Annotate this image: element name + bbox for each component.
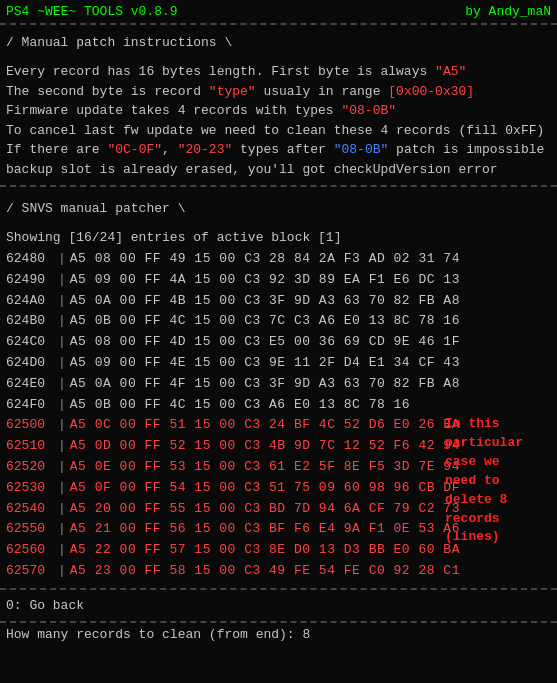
hex-addr: 62570 (6, 561, 54, 582)
divider-2 (0, 588, 557, 590)
hex-bytes: A5 0B 00 FF 4C 15 00 C3 A6 E0 13 8C 78 1… (70, 395, 410, 416)
highlight-0c-0f: "0C-0F" (107, 142, 162, 157)
manual-patch-section: / Manual patch instructions \ (0, 25, 557, 58)
hex-bytes: A5 0A 00 FF 4B 15 00 C3 3F 9D A3 63 70 8… (70, 291, 460, 312)
hex-addr: 62520 (6, 457, 54, 478)
hex-row: 624B0|A5 0B 00 FF 4C 15 00 C3 7C C3 A6 E… (6, 311, 551, 332)
hex-addr: 624B0 (6, 311, 54, 332)
hex-addr: 62510 (6, 436, 54, 457)
hex-sep: | (58, 270, 66, 291)
manual-patch-title: / Manual patch instructions \ (6, 35, 551, 50)
hex-sep: | (58, 436, 66, 457)
hex-addr: 62560 (6, 540, 54, 561)
highlight-20-23: "20-23" (178, 142, 233, 157)
hex-bytes: A5 0F 00 FF 54 15 00 C3 51 75 09 60 98 9… (70, 478, 460, 499)
highlight-08-0b: "08-0B" (341, 103, 396, 118)
hex-sep: | (58, 353, 66, 374)
hex-bytes: A5 22 00 FF 57 15 00 C3 8E D0 13 D3 BB E… (70, 540, 460, 561)
hex-addr: 624D0 (6, 353, 54, 374)
hex-bytes: A5 08 00 FF 49 15 00 C3 28 84 2A F3 AD 0… (70, 249, 460, 270)
hex-bytes: A5 08 00 FF 4D 15 00 C3 E5 00 36 69 CD 9… (70, 332, 460, 353)
hex-bytes: A5 0A 00 FF 4F 15 00 C3 3F 9D A3 63 70 8… (70, 374, 460, 395)
info-line-1: Every record has 16 bytes length. First … (6, 62, 551, 82)
hex-bytes: A5 21 00 FF 56 15 00 C3 BF F6 E4 9A F1 0… (70, 519, 460, 540)
go-back-option[interactable]: 0: Go back (0, 594, 557, 617)
hex-sep: | (58, 561, 66, 582)
hex-section: 62480|A5 08 00 FF 49 15 00 C3 28 84 2A F… (0, 249, 557, 582)
hex-row: 624D0|A5 09 00 FF 4E 15 00 C3 9E 11 2F D… (6, 353, 551, 374)
hex-sep: | (58, 499, 66, 520)
snvs-section: / SNVS manual patcher \ (0, 191, 557, 224)
hex-bytes: A5 09 00 FF 4E 15 00 C3 9E 11 2F D4 E1 3… (70, 353, 460, 374)
hex-row: 624C0|A5 08 00 FF 4D 15 00 C3 E5 00 36 6… (6, 332, 551, 353)
info-block: Every record has 16 bytes length. First … (0, 58, 557, 181)
hex-addr: 62550 (6, 519, 54, 540)
hex-row: 624E0|A5 0A 00 FF 4F 15 00 C3 3F 9D A3 6… (6, 374, 551, 395)
hex-sep: | (58, 540, 66, 561)
hex-addr: 624F0 (6, 395, 54, 416)
header: PS4 ~WEE~ TOOLS v0.8.9 by Andy_maN (0, 0, 557, 25)
info-line-4: To cancel last fw update we need to clea… (6, 121, 551, 141)
highlight-range: [0x00-0x30] (388, 84, 474, 99)
info-line-5: If there are "0C-0F", "20-23" types afte… (6, 140, 551, 160)
showing-line: Showing [16/24] entries of active block … (0, 224, 557, 249)
snvs-title: / SNVS manual patcher \ (6, 201, 551, 216)
hex-sep: | (58, 291, 66, 312)
hex-sep: | (58, 374, 66, 395)
hex-sep: | (58, 249, 66, 270)
hex-row: 624F0|A5 0B 00 FF 4C 15 00 C3 A6 E0 13 8… (6, 395, 551, 416)
hex-bytes: A5 0C 00 FF 51 15 00 C3 24 BF 4C 52 D6 E… (70, 415, 460, 436)
hex-addr: 62500 (6, 415, 54, 436)
hex-bytes: A5 0E 00 FF 53 15 00 C3 61 E2 5F 8E F5 3… (70, 457, 460, 478)
highlight-08-0b-2: "08-0B" (334, 142, 389, 157)
hex-sep: | (58, 332, 66, 353)
hex-bytes: A5 0D 00 FF 52 15 00 C3 4B 9D 7C 12 52 F… (70, 436, 460, 457)
hex-sep: | (58, 395, 66, 416)
hex-bytes: A5 0B 00 FF 4C 15 00 C3 7C C3 A6 E0 13 8… (70, 311, 460, 332)
divider-1 (0, 185, 557, 187)
highlight-a5: "A5" (435, 64, 466, 79)
hex-bytes: A5 23 00 FF 58 15 00 C3 49 FE 54 FE C0 9… (70, 561, 460, 582)
hex-bytes: A5 20 00 FF 55 15 00 C3 BD 7D 94 6A CF 7… (70, 499, 460, 520)
info-line-6: backup slot is already erased, you'll go… (6, 160, 551, 180)
hex-row: 62480|A5 08 00 FF 49 15 00 C3 28 84 2A F… (6, 249, 551, 270)
highlight-type: "type" (209, 84, 256, 99)
hex-addr: 62540 (6, 499, 54, 520)
app-author: by Andy_maN (465, 4, 551, 19)
hex-row: 62490|A5 09 00 FF 4A 15 00 C3 92 3D 89 E… (6, 270, 551, 291)
input-prompt[interactable]: How many records to clean (from end): 8 (0, 621, 557, 646)
hex-addr: 624C0 (6, 332, 54, 353)
hex-addr: 624A0 (6, 291, 54, 312)
hex-addr: 624E0 (6, 374, 54, 395)
hex-addr: 62530 (6, 478, 54, 499)
hex-sep: | (58, 478, 66, 499)
callout-box: In thisparticularcase weneed todelete 8r… (445, 415, 553, 547)
app-title: PS4 ~WEE~ TOOLS v0.8.9 (6, 4, 178, 19)
main-container: PS4 ~WEE~ TOOLS v0.8.9 by Andy_maN / Man… (0, 0, 557, 683)
hex-sep: | (58, 519, 66, 540)
hex-addr: 62480 (6, 249, 54, 270)
hex-sep: | (58, 311, 66, 332)
hex-bytes: A5 09 00 FF 4A 15 00 C3 92 3D 89 EA F1 E… (70, 270, 460, 291)
hex-sep: | (58, 457, 66, 478)
hex-sep: | (58, 415, 66, 436)
info-line-3: Firmware update takes 4 records with typ… (6, 101, 551, 121)
hex-row: 62570|A5 23 00 FF 58 15 00 C3 49 FE 54 F… (6, 561, 551, 582)
info-line-2: The second byte is record "type" usualy … (6, 82, 551, 102)
hex-addr: 62490 (6, 270, 54, 291)
hex-row: 624A0|A5 0A 00 FF 4B 15 00 C3 3F 9D A3 6… (6, 291, 551, 312)
callout-text: In thisparticularcase weneed todelete 8r… (445, 416, 523, 544)
